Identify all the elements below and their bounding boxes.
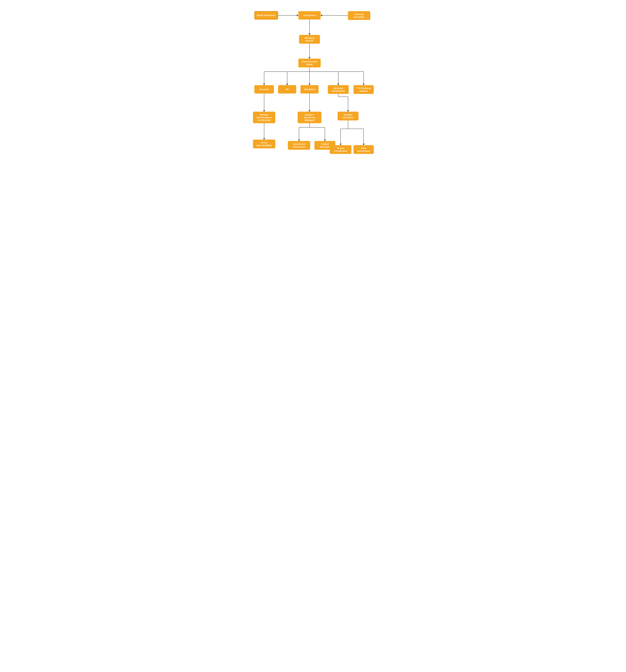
senior-executive-node: Senior Executive(MIS) xyxy=(253,140,275,148)
business-development-node: Business Development xyxy=(328,85,349,94)
state-coordinators-node: State Coordinators xyxy=(353,145,374,154)
org-chart: Board of Directors Chairperson Advisory … xyxy=(250,6,376,159)
hr-node: HR xyxy=(278,85,296,94)
manager-projects-node: Manager (Projects) xyxy=(338,112,358,120)
quality-monitoring-node: Quality & Monitoring (Manager) xyxy=(298,112,321,123)
it-technical-support-node: IT & Technical Support xyxy=(353,85,374,94)
project-coordinators-node: Project Coordinators xyxy=(330,145,351,154)
accounts-node: Accounts xyxy=(254,85,274,94)
advisory-committee-node: Advisory Committee xyxy=(348,11,370,20)
operations-node: Operations xyxy=(300,85,319,94)
chairperson-node: Chairperson xyxy=(298,11,321,20)
board-of-directors-node: Board of Directors xyxy=(254,11,278,20)
managing-director-node: Managing Director xyxy=(299,35,320,44)
assessment-observation-node: Assessment Observation xyxy=(288,141,310,150)
ceo-node: Chief Executive Officer xyxy=(298,58,321,67)
manager-assessment-node: Manager (Assessment & Certification) xyxy=(253,112,275,123)
